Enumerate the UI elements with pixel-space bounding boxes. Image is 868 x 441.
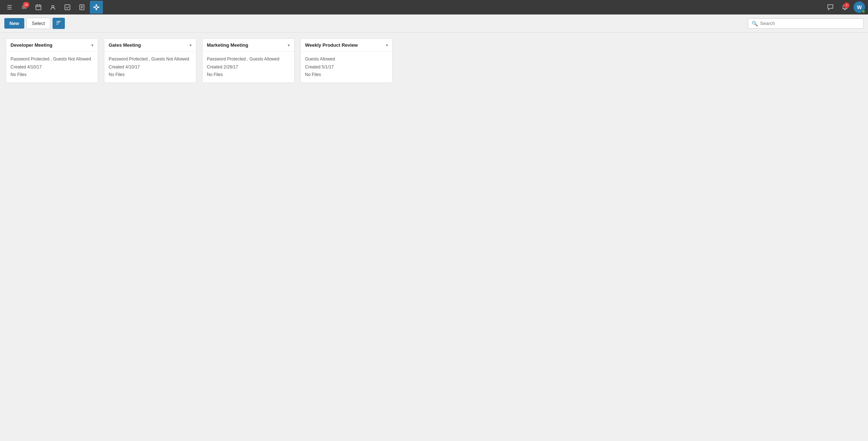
cards-grid: Developer Meeting ▾ Password Protected ,… — [6, 38, 862, 83]
card-line3: No Files — [11, 71, 93, 79]
svg-point-11 — [96, 5, 97, 6]
chevron-down-icon[interactable]: ▾ — [91, 43, 93, 48]
card-line2: Created 2/28/17 — [207, 63, 290, 71]
conference-icon[interactable] — [90, 1, 103, 14]
mail-icon[interactable]: ✉ 16 — [17, 1, 30, 14]
user-avatar[interactable]: W — [854, 1, 865, 13]
card-line1: Password Protected , Guests Allowed — [207, 55, 290, 63]
sort-button[interactable] — [53, 18, 65, 29]
svg-point-13 — [94, 7, 95, 8]
chevron-down-icon[interactable]: ▾ — [288, 43, 290, 48]
nav-left: ☰ ✉ 16 — [3, 1, 103, 14]
toolbar: New Select 🔍 — [0, 14, 868, 33]
card-body: Password Protected , Guests Allowed Crea… — [203, 52, 294, 83]
card-weekly-product-review[interactable]: Weekly Product Review ▾ Guests Allowed C… — [300, 38, 393, 83]
notifications-badge: 7 — [844, 3, 850, 8]
card-line1: Password Protected , Guests Not Allowed — [11, 55, 93, 63]
card-body: Guests Allowed Created 5/1/17 No Files — [301, 52, 392, 83]
card-line2: Created 4/10/17 — [11, 63, 93, 71]
svg-point-10 — [95, 6, 97, 8]
online-indicator — [862, 10, 865, 13]
search-icon: 🔍 — [752, 21, 758, 26]
card-header: Marketing Meeting ▾ — [203, 39, 294, 52]
mail-badge: 16 — [23, 2, 29, 8]
card-title: Weekly Product Review — [305, 42, 358, 48]
toolbar-left: New Select — [4, 18, 65, 29]
menu-icon[interactable]: ☰ — [3, 1, 16, 14]
nav-right: 7 W — [825, 1, 865, 13]
card-marketing-meeting[interactable]: Marketing Meeting ▾ Password Protected ,… — [202, 38, 295, 83]
card-line1: Guests Allowed — [305, 55, 388, 63]
chevron-down-icon[interactable]: ▾ — [386, 43, 388, 48]
card-line3: No Files — [207, 71, 290, 79]
top-nav: ☰ ✉ 16 — [0, 0, 868, 14]
card-title: Marketing Meeting — [207, 42, 248, 48]
chevron-down-icon[interactable]: ▾ — [189, 43, 192, 48]
svg-point-4 — [52, 5, 54, 8]
card-title: Gates Meeting — [109, 42, 141, 48]
notifications-icon[interactable]: 7 — [839, 1, 851, 13]
calendar-icon[interactable] — [32, 1, 45, 14]
card-line3: No Files — [305, 71, 388, 79]
chat-icon[interactable] — [825, 1, 836, 13]
search-input[interactable] — [760, 21, 860, 26]
svg-rect-0 — [36, 5, 41, 10]
tasks-icon[interactable] — [61, 1, 74, 14]
svg-point-14 — [98, 7, 99, 8]
card-line2: Created 5/1/17 — [305, 63, 388, 71]
svg-rect-5 — [65, 5, 70, 10]
svg-point-12 — [96, 9, 97, 10]
notes-icon[interactable] — [75, 1, 88, 14]
card-header: Developer Meeting ▾ — [6, 39, 98, 52]
select-button[interactable]: Select — [26, 18, 50, 29]
search-box: 🔍 — [748, 18, 864, 29]
card-gates-meeting[interactable]: Gates Meeting ▾ Password Protected , Gue… — [104, 38, 196, 83]
new-button[interactable]: New — [4, 18, 24, 29]
card-line2: Created 4/10/17 — [109, 63, 192, 71]
card-body: Password Protected , Guests Not Allowed … — [6, 52, 98, 83]
card-header: Gates Meeting ▾ — [104, 39, 196, 52]
card-line1: Password Protected , Guests Not Allowed — [109, 55, 192, 63]
card-header: Weekly Product Review ▾ — [301, 39, 392, 52]
contacts-icon[interactable] — [46, 1, 59, 14]
card-body: Password Protected , Guests Not Allowed … — [104, 52, 196, 83]
card-title: Developer Meeting — [11, 42, 53, 48]
card-line3: No Files — [109, 71, 192, 79]
main-content: Developer Meeting ▾ Password Protected ,… — [0, 33, 868, 89]
card-developer-meeting[interactable]: Developer Meeting ▾ Password Protected ,… — [6, 38, 98, 83]
